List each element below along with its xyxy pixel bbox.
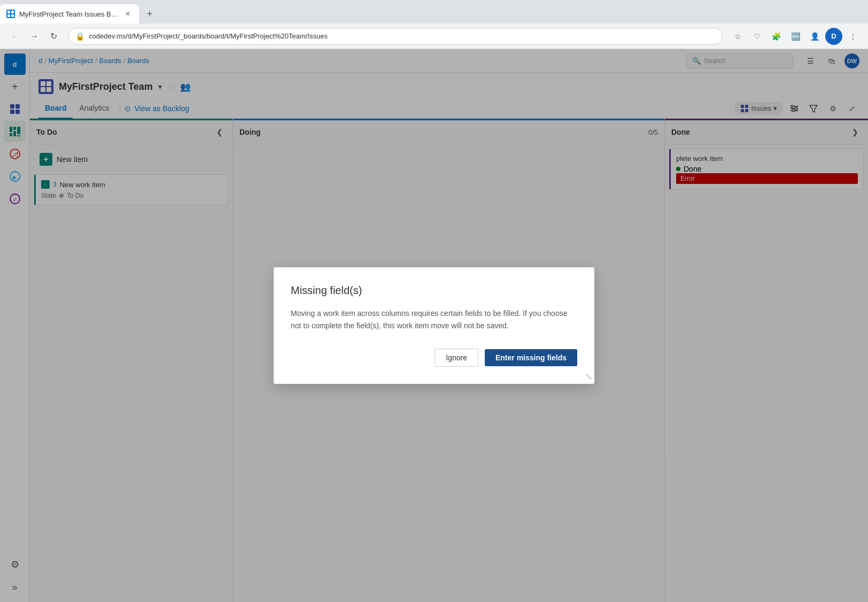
refresh-button[interactable]: ↻ (45, 28, 62, 45)
forward-button[interactable]: → (26, 28, 43, 45)
modal-resize-handle[interactable]: ⤡ (585, 372, 592, 382)
profile-button[interactable]: D (825, 28, 842, 45)
bookmark-icon[interactable]: ☆ (729, 28, 746, 45)
tab-title: MyFirstProject Team Issues Boar... (19, 10, 119, 18)
enter-missing-fields-button[interactable]: Enter missing fields (485, 349, 577, 366)
url-text: codedev.ms/d/MyFirstProject/_boards/boar… (89, 32, 716, 40)
address-bar[interactable]: 🔒 codedev.ms/d/MyFirstProject/_boards/bo… (68, 28, 723, 45)
missing-fields-modal: Missing field(s) Moving a work item acro… (274, 267, 594, 384)
menu-button[interactable]: ⋮ (844, 28, 862, 45)
extension-icon1[interactable]: ♡ (748, 28, 765, 45)
browser-tab[interactable]: MyFirstProject Team Issues Boar... ✕ (0, 4, 139, 24)
tab-favicon (6, 10, 15, 18)
ignore-button[interactable]: Ignore (435, 349, 478, 367)
svg-rect-2 (7, 14, 10, 17)
svg-rect-0 (7, 11, 10, 13)
new-tab-button[interactable]: + (141, 5, 158, 22)
modal-title: Missing field(s) (291, 284, 577, 297)
extension-icon2[interactable]: 🧩 (768, 28, 785, 45)
extension-icon4[interactable]: 👤 (806, 28, 823, 45)
extension-icon3[interactable]: 🔤 (787, 28, 804, 45)
back-button[interactable]: ← (6, 28, 24, 45)
lock-icon: 🔒 (75, 32, 84, 41)
svg-rect-1 (11, 11, 14, 13)
modal-body: Moving a work item across columns requir… (291, 307, 577, 331)
modal-footer: Ignore Enter missing fields (291, 349, 577, 367)
tab-close-button[interactable]: ✕ (123, 9, 133, 19)
svg-rect-3 (11, 14, 14, 17)
modal-overlay[interactable]: Missing field(s) Moving a work item acro… (0, 49, 868, 602)
